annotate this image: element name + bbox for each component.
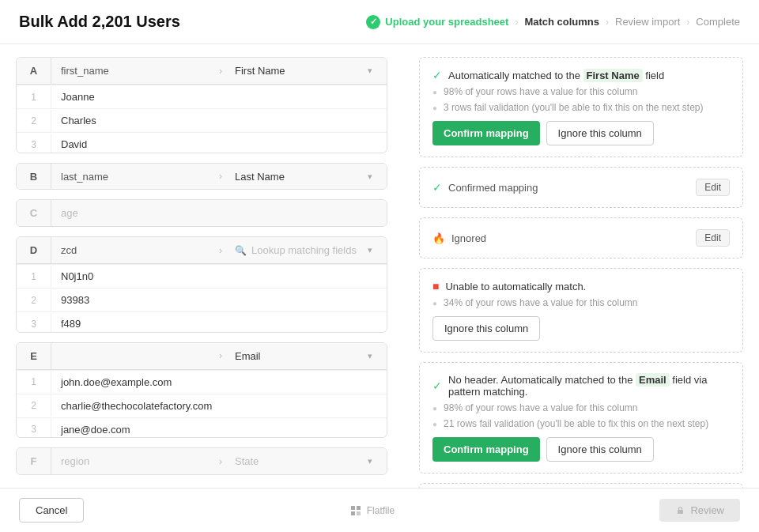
action-row-d: Ignore this column: [432, 316, 730, 341]
column-lookup-d[interactable]: 🔍 Lookup matching fields ▾: [227, 237, 387, 263]
status-row-a-fail: ● 3 rows fail validation (you'll be able…: [432, 102, 730, 113]
field-highlight-a: First Name: [583, 69, 643, 82]
status-label-c: Ignored: [451, 232, 486, 244]
svg-rect-2: [351, 511, 355, 515]
column-source-c: age: [51, 200, 387, 226]
status-row-d-unable: ■ Unable to automatically match.: [432, 280, 730, 292]
step-check-upload: ✓: [366, 15, 380, 29]
column-mapped-value-a: First Name: [235, 65, 285, 77]
step-review-label: Review import: [615, 16, 680, 28]
data-row-e-2: 2 charlie@thechocolatefactory.com: [17, 394, 387, 417]
row-val-a-1: Joanne: [51, 85, 104, 108]
step-complete: Complete: [696, 16, 740, 28]
column-header-d: D zcd › 🔍 Lookup matching fields ▾: [17, 237, 387, 264]
flatfile-logo-icon: [349, 504, 362, 517]
data-row-a-3: 3 David: [17, 132, 387, 153]
column-mapped-value-f: State: [235, 455, 259, 467]
data-row-d-3: 3 f489: [17, 311, 387, 333]
status-card-b: ✓ Confirmed mapping Edit: [419, 167, 743, 208]
row-val-e-3: jane@doe.com: [51, 418, 140, 439]
svg-rect-1: [357, 506, 361, 510]
step-complete-label: Complete: [696, 16, 740, 28]
status-row-a-pct: ● 98% of your rows have a value for this…: [432, 86, 730, 97]
column-mapped-f[interactable]: State ▾: [227, 448, 387, 474]
status-subtext-a-pct: 98% of your rows have a value for this c…: [444, 86, 637, 97]
confirm-mapping-button-e[interactable]: Confirm mapping: [432, 437, 540, 462]
ignored-icon-c: 🔥: [432, 232, 445, 244]
confirm-mapping-button-a[interactable]: Confirm mapping: [432, 121, 540, 145]
circle-icon-a-pct: ●: [432, 88, 437, 96]
left-panel: A first_name › First Name ▾ 1 Joanne 2 C…: [0, 44, 403, 488]
data-row-d-2: 2 93983: [17, 288, 387, 311]
row-num-e-2: 2: [17, 394, 51, 417]
column-letter-a: A: [17, 58, 51, 84]
row-num-e-3: 3: [17, 418, 51, 438]
column-letter-c: C: [17, 200, 51, 226]
row-val-d-2: 93983: [51, 289, 99, 311]
review-button[interactable]: Review: [659, 499, 740, 522]
cancel-button[interactable]: Cancel: [19, 498, 84, 523]
column-mapped-e[interactable]: Email ▾: [227, 343, 387, 369]
column-mapped-value-b: Last Name: [235, 171, 285, 183]
circle-icon-e-pct: ●: [432, 404, 437, 413]
lock-icon: [675, 505, 685, 515]
step-review: Review import: [615, 16, 680, 28]
status-subtext-d-pct: 34% of your rows have a value for this c…: [444, 297, 637, 308]
flatfile-logo: Flatfile: [349, 504, 395, 517]
data-row-e-3: 3 jane@doe.com: [17, 417, 387, 439]
ignore-column-button-e[interactable]: Ignore this column: [546, 437, 654, 462]
row-num-d-3: 3: [17, 313, 51, 333]
step-arrow-2: ›: [606, 17, 609, 28]
header: Bulk Add 2,201 Users ✓ Upload your sprea…: [0, 0, 759, 44]
ignore-column-button-d[interactable]: Ignore this column: [432, 316, 540, 341]
row-num-a-2: 2: [17, 110, 51, 132]
flatfile-label: Flatfile: [367, 505, 395, 516]
row-val-d-3: f489: [51, 312, 90, 333]
column-arrow-d: ›: [214, 245, 227, 256]
row-num-a-3: 3: [17, 134, 51, 153]
step-arrow-3: ›: [686, 17, 689, 28]
status-card-e: ✓ No header. Automatically matched to th…: [419, 362, 743, 474]
status-subtext-e-pct: 98% of your rows have a value for this c…: [444, 402, 637, 413]
step-match: Match columns: [524, 16, 599, 28]
step-match-label: Match columns: [524, 16, 599, 28]
column-letter-d: D: [17, 237, 51, 263]
main-content: A first_name › First Name ▾ 1 Joanne 2 C…: [0, 44, 759, 488]
ignore-column-button-a[interactable]: Ignore this column: [546, 121, 654, 145]
step-arrow-1: ›: [515, 17, 518, 28]
row-num-d-1: 1: [17, 266, 51, 288]
column-letter-e: E: [17, 343, 51, 369]
edit-button-b[interactable]: Edit: [696, 179, 730, 196]
status-card-d: ■ Unable to automatically match. ● 34% o…: [419, 268, 743, 353]
edit-button-c[interactable]: Edit: [696, 229, 730, 247]
column-mapped-a[interactable]: First Name ▾: [227, 58, 387, 84]
row-num-a-1: 1: [17, 86, 51, 108]
circle-icon-a-fail: ●: [432, 104, 437, 112]
check-icon-e: ✓: [432, 379, 442, 392]
column-source-b: last_name: [51, 164, 214, 190]
row-val-a-2: Charles: [51, 109, 106, 132]
data-row-a-1: 1 Joanne: [17, 85, 387, 108]
circle-icon-d: ●: [432, 299, 437, 308]
column-header-c: C age: [17, 200, 387, 227]
data-row-a-2: 2 Charles: [17, 108, 387, 132]
column-letter-b: B: [17, 164, 51, 190]
row-val-e-1: john.doe@example.com: [51, 371, 181, 394]
column-mapped-b[interactable]: Last Name ▾: [227, 164, 387, 190]
page-title: Bulk Add 2,201 Users: [19, 13, 180, 31]
column-arrow-f: ›: [214, 456, 227, 467]
action-row-a: Confirm mapping Ignore this column: [432, 121, 730, 145]
column-arrow-e: ›: [214, 350, 227, 361]
lookup-placeholder-d: Lookup matching fields: [251, 244, 357, 256]
right-panel: ✓ Automatically matched to the First Nam…: [403, 44, 759, 488]
column-mapped-value-e: Email: [235, 350, 261, 362]
field-highlight-e: Email: [636, 373, 670, 387]
status-text-e: No header. Automatically matched to the …: [448, 374, 730, 398]
column-source-e: [51, 349, 214, 363]
status-row-e-match: ✓ No header. Automatically matched to th…: [432, 374, 730, 398]
status-row-a-match: ✓ Automatically matched to the First Nam…: [432, 69, 730, 81]
status-row-d-pct: ● 34% of your rows have a value for this…: [432, 297, 730, 308]
column-card-b: B last_name › Last Name ▾: [16, 163, 387, 191]
column-letter-f: F: [17, 448, 51, 474]
column-card-e: E › Email ▾ 1 john.doe@example.com 2 cha…: [16, 342, 387, 439]
